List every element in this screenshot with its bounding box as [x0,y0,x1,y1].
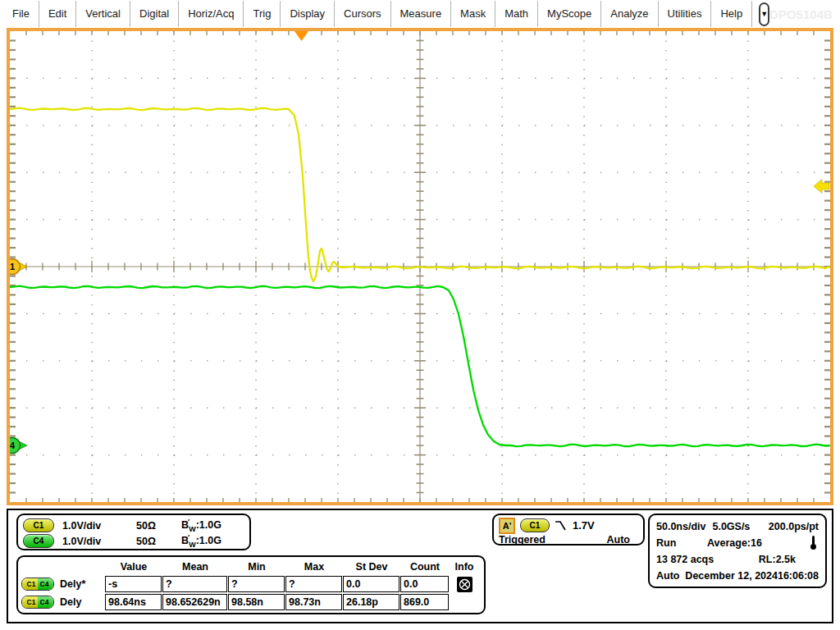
trigger-source-badge: C1 [520,518,550,532]
menu-item-edit[interactable]: Edit [39,1,76,27]
ch1-marker-label: 1 [10,262,15,272]
meas-source-badge: C1C4 [21,596,54,609]
meas-header-count: Count [400,561,450,573]
record-length: RL:2.5k [759,554,796,565]
trigger-mode: Auto [607,534,630,546]
menu-item-file[interactable]: File [3,1,39,27]
menu-item-help[interactable]: Help [711,1,752,27]
time-value: 16:06:08 [778,570,819,582]
meas-cell: 26.18p [343,594,399,610]
meas-cell: ? [228,576,285,592]
chevron-down-icon: ▼ [760,10,768,18]
meas-header-info: Info [450,561,479,573]
menu-bar: FileEditVerticalDigitalHoriz/AcqTrigDisp… [0,0,840,28]
trigger-level-value: 1.7V [573,519,595,532]
timebase-value: 50.0ns/div [656,521,705,532]
ch1-bandwidth: B′W:1.0G [181,518,221,533]
trigger-readout-box[interactable]: A' C1 1.7V Triggered Auto [492,514,645,546]
measurement-row-dely[interactable]: C1C4Dely98.64ns98.652629n98.58n98.73n26.… [21,593,484,611]
ch4-termination: 50Ω [136,536,181,547]
trigger-mode-status: Auto [656,570,685,582]
ch1-scale: 1.0V/div [62,520,136,532]
trigger-source-label: C1 [530,521,541,530]
thermometer-icon [809,536,817,550]
meas-header-mean: Mean [162,561,228,573]
measurement-table[interactable]: ValueMeanMinMaxSt DevCountInfo C1C4Dely*… [16,555,486,614]
acquisition-readout-box[interactable]: 50.0ns/div 5.0GS/s 200.0ps/pt Run Averag… [648,514,827,588]
graticule: 1 4 [10,31,830,502]
acq-state: Run [656,537,707,549]
acquisition-count: 13 872 acqs [656,554,714,565]
ch4-badge: C4 [23,534,54,548]
meas-name: Dely* [60,578,85,590]
readout-panel: C1 1.0V/div 50Ω B′W:1.0G C4 1.0V/div 50Ω… [7,509,833,623]
badge-c4-label: C4 [38,578,53,590]
menu-item-digital[interactable]: Digital [130,1,179,27]
meas-header-min: Min [228,561,285,573]
date-value: December 12, 2024 [685,570,778,582]
sample-rate-value: 5.0GS/s [712,521,750,532]
menu-item-trig[interactable]: Trig [244,1,281,27]
menu-items: FileEditVerticalDigitalHoriz/AcqTrigDisp… [3,1,752,27]
badge-c1-label: C1 [22,578,38,590]
ch1-badge-label: C1 [34,521,44,530]
badge-c4-label: C4 [38,596,53,608]
scope-model-label: DPO5104B [769,7,833,21]
ch1-readout-row[interactable]: C1 1.0V/div 50Ω B′W:1.0G [18,518,249,533]
measurement-header-row: ValueMeanMinMaxSt DevCountInfo [21,559,484,575]
meas-name: Dely [60,596,81,608]
menu-item-vertical[interactable]: Vertical [76,1,130,27]
ch4-readout-row[interactable]: C4 1.0V/div 50Ω B′W:1.0G [18,533,249,549]
point-resolution-value: 200.0ps/pt [769,521,819,532]
meas-cell: 98.73n [285,594,342,610]
ch4-reference-marker[interactable]: 4 [10,438,27,454]
meas-source-badge: C1C4 [21,578,54,591]
waveform-display[interactable]: 1 4 [7,28,833,505]
meas-cell: 869.0 [400,594,449,610]
meas-cell: 98.652629n [162,594,227,610]
meas-cell: 98.64ns [105,594,162,610]
trigger-position-marker[interactable] [294,31,308,41]
meas-header-value: Value [105,561,162,573]
average-count: Average:16 [707,537,762,549]
falling-edge-icon [555,519,568,532]
channel-readout-box[interactable]: C1 1.0V/div 50Ω B′W:1.0G C4 1.0V/div 50Ω… [16,514,251,550]
info-warning-icon [457,577,472,592]
ch1-reference-marker[interactable]: 1 [10,259,27,275]
ch4-marker-label: 4 [10,441,16,450]
ch1-badge: C1 [23,518,54,532]
menu-item-horiz-acq[interactable]: Horiz/Acq [179,1,244,27]
menu-overflow-button[interactable]: ▼ [759,2,769,26]
meas-cell: 0.0 [400,576,449,592]
menu-item-cursors[interactable]: Cursors [335,1,391,27]
meas-cell: -s [105,576,162,592]
meas-info-cell[interactable] [450,577,479,592]
menu-item-mask[interactable]: Mask [451,1,495,27]
menu-item-measure[interactable]: Measure [391,1,452,27]
meas-header-max: Max [285,561,343,573]
menu-item-utilities[interactable]: Utilities [659,1,712,27]
ch4-scale: 1.0V/div [62,536,136,547]
ch4-badge-label: C4 [34,536,44,546]
menu-item-display[interactable]: Display [281,1,335,27]
menu-item-myscope[interactable]: MyScope [538,1,601,27]
ch1-termination: 50Ω [136,520,181,532]
meas-cell: ? [285,576,342,592]
trigger-a-badge: A' [499,518,515,534]
meas-cell: 0.0 [343,576,399,592]
ch4-bandwidth: B′W:1.0G [181,533,221,549]
meas-cell: 98.58n [228,594,285,610]
trigger-status: Triggered [499,534,546,546]
meas-cell: ? [162,576,227,592]
badge-c1-label: C1 [22,596,38,608]
menu-item-analyze[interactable]: Analyze [601,1,658,27]
meas-header-st-dev: St Dev [343,561,400,573]
menu-item-math[interactable]: Math [495,1,538,27]
measurement-row-dely[interactable]: C1C4Dely*-s???0.00.0 [21,575,484,593]
